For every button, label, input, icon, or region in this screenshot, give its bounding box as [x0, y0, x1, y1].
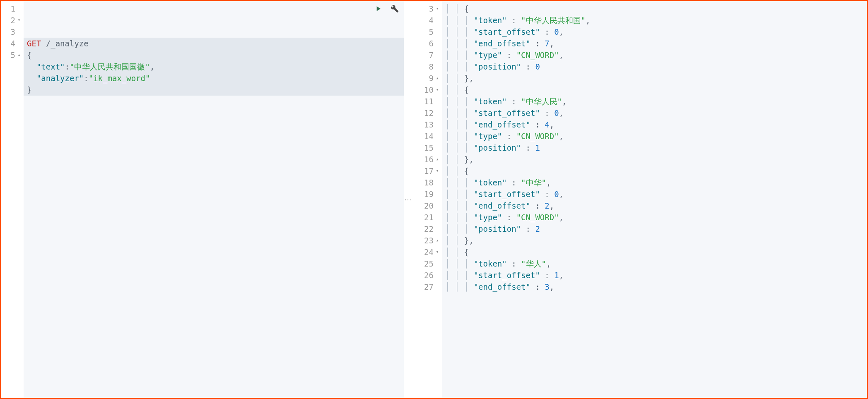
- gutter-line: 5▴: [5, 49, 21, 61]
- code-line[interactable]: GET /_analyze: [24, 38, 404, 49]
- code-line[interactable]: │ │ │ "end_offset" : 3,: [445, 281, 863, 293]
- fold-toggle-icon[interactable]: ▾: [435, 246, 439, 258]
- code-line[interactable]: │ │ │ "type" : "CN_WORD",: [445, 130, 863, 142]
- token-punct: },: [464, 235, 474, 246]
- indent-guide: │: [445, 177, 455, 188]
- token-punct: :: [540, 269, 554, 281]
- code-line[interactable]: }: [24, 84, 404, 96]
- indent-guide: │: [464, 223, 474, 235]
- request-editor[interactable]: 12▾345▴ GET /_analyze{ "text":"中华人民共和国国徽…: [1, 1, 404, 398]
- indent-guide: │: [455, 235, 464, 246]
- indent-guide: │: [445, 223, 455, 235]
- code-line[interactable]: │ │ },: [445, 154, 863, 165]
- code-line[interactable]: │ │ │ "end_offset" : 7,: [445, 38, 863, 49]
- fold-toggle-icon[interactable]: ▴: [435, 235, 439, 246]
- token-punct: ,: [546, 177, 551, 188]
- pane-divider[interactable]: ⋮: [404, 1, 413, 398]
- token-key: "position": [474, 61, 521, 72]
- token-punct: ,: [150, 61, 154, 72]
- token-number: 0: [554, 188, 559, 200]
- indent-guide: │: [464, 38, 474, 49]
- indent-guide: │: [455, 269, 464, 281]
- code-line[interactable]: │ │ │ "start_offset" : 1,: [445, 269, 863, 281]
- code-line[interactable]: │ │ },: [445, 72, 863, 84]
- line-number: 13: [424, 119, 434, 130]
- response-editor[interactable]: 3▾456789▴10▾111213141516▴17▾181920212223…: [413, 1, 867, 398]
- indent-guide: │: [445, 200, 455, 212]
- token-number: 4: [545, 119, 549, 130]
- token-key: "token": [474, 177, 507, 188]
- indent-guide: │: [445, 72, 455, 84]
- indent-guide: │: [464, 200, 474, 212]
- gutter-line: 11: [417, 96, 439, 107]
- gutter-line: 25: [417, 258, 439, 269]
- gutter-line: 21: [417, 212, 439, 223]
- code-line[interactable]: │ │ },: [445, 235, 863, 246]
- indent-guide: │: [445, 38, 455, 49]
- line-number: 27: [424, 281, 434, 293]
- code-line[interactable]: │ │ │ "end_offset" : 4,: [445, 119, 863, 130]
- response-code-area[interactable]: │ │ {│ │ │ "token" : "中华人民共和国",│ │ │ "st…: [442, 1, 867, 398]
- code-line[interactable]: │ │ │ "type" : "CN_WORD",: [445, 212, 863, 223]
- token-punct: :: [502, 130, 516, 142]
- code-line[interactable]: │ │ │ "start_offset" : 0,: [445, 188, 863, 200]
- fold-toggle-icon[interactable]: ▾: [435, 84, 439, 96]
- run-icon[interactable]: [374, 5, 382, 13]
- code-line[interactable]: │ │ │ "token" : "中华",: [445, 177, 863, 188]
- token-punct: {: [464, 3, 469, 14]
- indent-guide: │: [464, 188, 474, 200]
- indent-guide: │: [455, 212, 464, 223]
- token-punct: ,: [550, 200, 554, 212]
- fold-toggle-icon[interactable]: ▾: [435, 3, 439, 14]
- indent-guide: │: [455, 165, 464, 177]
- fold-toggle-icon[interactable]: ▾: [17, 14, 21, 26]
- code-line[interactable]: │ │ │ "token" : "华人",: [445, 258, 863, 269]
- code-line[interactable]: "analyzer":"ik_max_word": [24, 72, 404, 84]
- token-number: 2: [545, 200, 549, 212]
- token-punct: ,: [550, 281, 554, 293]
- code-line[interactable]: │ │ {: [445, 3, 863, 14]
- indent-guide: │: [455, 177, 464, 188]
- indent-guide: │: [464, 269, 474, 281]
- indent-guide: │: [464, 212, 474, 223]
- request-code-area[interactable]: GET /_analyze{ "text":"中华人民共和国国徽", "anal…: [24, 1, 404, 398]
- line-number: 8: [429, 61, 434, 72]
- line-number: 20: [424, 200, 434, 212]
- line-number: 3: [429, 3, 434, 14]
- code-line[interactable]: {: [24, 49, 404, 61]
- fold-toggle-icon[interactable]: ▴: [17, 49, 21, 61]
- indent-guide: │: [455, 223, 464, 235]
- line-number: 25: [424, 258, 434, 269]
- token-number: 0: [554, 26, 559, 38]
- indent-guide: │: [455, 38, 464, 49]
- code-line[interactable]: │ │ │ "token" : "中华人民共和国",: [445, 14, 863, 26]
- code-line[interactable]: │ │ {: [445, 165, 863, 177]
- token-number: 7: [545, 38, 549, 49]
- code-line[interactable]: │ │ {: [445, 246, 863, 258]
- token-punct: :: [521, 223, 535, 235]
- token-number: 1: [535, 142, 540, 154]
- code-line[interactable]: │ │ │ "start_offset" : 0,: [445, 107, 863, 119]
- code-line[interactable]: │ │ │ "position" : 2: [445, 223, 863, 235]
- line-number: 22: [424, 223, 434, 235]
- line-number: 4: [11, 38, 15, 49]
- code-line[interactable]: │ │ │ "end_offset" : 2,: [445, 200, 863, 212]
- request-gutter: 12▾345▴: [1, 1, 24, 398]
- indent-guide: │: [464, 26, 474, 38]
- token-string: "中华": [521, 177, 546, 188]
- token-punct: :: [507, 14, 521, 26]
- code-line[interactable]: │ │ │ "type" : "CN_WORD",: [445, 49, 863, 61]
- code-line[interactable]: │ │ {: [445, 84, 863, 96]
- line-number: 24: [424, 246, 434, 258]
- fold-toggle-icon[interactable]: ▴: [435, 72, 439, 84]
- fold-toggle-icon[interactable]: ▴: [435, 154, 439, 165]
- fold-toggle-icon[interactable]: ▾: [435, 165, 439, 177]
- indent-guide: │: [455, 258, 464, 269]
- code-line[interactable]: │ │ │ "position" : 1: [445, 142, 863, 154]
- code-line[interactable]: │ │ │ "start_offset" : 0,: [445, 26, 863, 38]
- wrench-icon[interactable]: [391, 5, 399, 13]
- code-line[interactable]: "text":"中华人民共和国国徽",: [24, 61, 404, 72]
- code-line[interactable]: │ │ │ "token" : "中华人民",: [445, 96, 863, 107]
- code-line[interactable]: │ │ │ "position" : 0: [445, 61, 863, 72]
- token-key: "end_offset": [474, 200, 530, 212]
